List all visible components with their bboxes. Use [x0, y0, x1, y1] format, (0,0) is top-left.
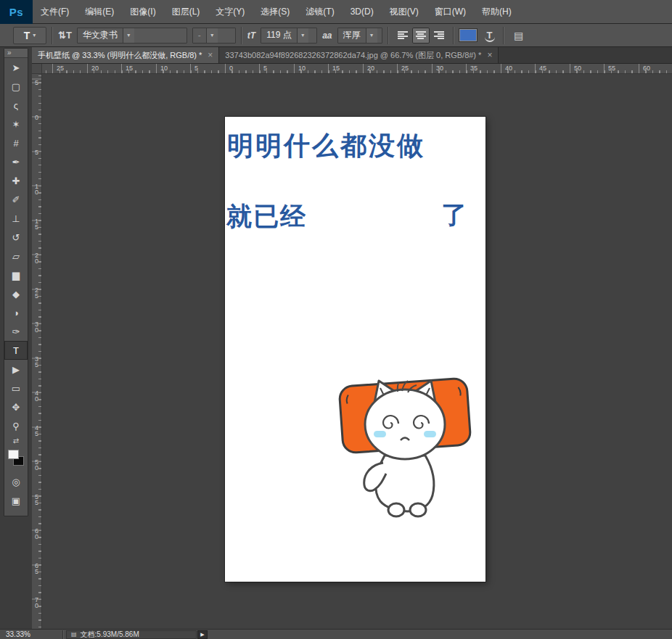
menu-item[interactable]: 视图(V) — [382, 0, 427, 23]
eraser-tool[interactable]: ▱ — [4, 247, 28, 265]
align-center-button[interactable] — [412, 28, 430, 44]
document-canvas[interactable]: 明明什么都没做 就已经 了 — [225, 117, 485, 582]
close-icon[interactable]: × — [487, 51, 492, 59]
font-family-value: 华文隶书 — [78, 28, 123, 43]
ruler-number: 50 — [574, 65, 581, 72]
screen-mode-button[interactable]: ▣ — [4, 491, 28, 510]
menu-item[interactable]: 3D(D) — [343, 0, 382, 23]
path-selection-tool[interactable]: ▶ — [4, 360, 28, 379]
zoom-level-field[interactable]: 33.33% — [0, 630, 62, 638]
align-left-button[interactable] — [394, 28, 411, 44]
warp-text-icon[interactable]: T — [482, 28, 498, 44]
ruler-corner — [32, 64, 42, 74]
ruler-number: 70 — [33, 597, 40, 609]
toolbar-panel: » ➤▢ς✶#✒✚✐⊥↺▱▆◆◑✑T▶▭✥⚲ ⇄ ◎ ▣ — [4, 48, 28, 516]
shape-tool[interactable]: ▭ — [4, 379, 28, 397]
vertical-ruler[interactable]: 50510152025303540455055606570 — [32, 74, 42, 629]
ruler-number: 25 — [401, 65, 409, 72]
document-text-line1: 明明什么都没做 — [227, 128, 425, 164]
menu-item[interactable]: 文件(F) — [33, 0, 77, 23]
rectangular-marquee-tool[interactable]: ▢ — [4, 77, 28, 96]
anti-alias-select[interactable]: 浑厚 ▾ — [337, 28, 382, 44]
gradient-tool[interactable]: ▆ — [4, 265, 28, 284]
font-style-select[interactable]: - ▾ — [192, 28, 236, 44]
clone-stamp-tool[interactable]: ⊥ — [4, 209, 28, 228]
menu-item[interactable]: 图像(I) — [122, 0, 163, 23]
font-size-select[interactable]: 119 点 ▾ — [261, 28, 317, 44]
ruler-number: 5 — [263, 65, 267, 72]
cat-illustration — [332, 372, 478, 521]
ruler-ticks — [38, 74, 41, 629]
quick-mask-button[interactable]: ◎ — [4, 472, 28, 491]
ruler-number: 5 — [33, 149, 40, 155]
align-center-icon — [416, 31, 426, 39]
divider — [62, 630, 63, 639]
pen-tool[interactable]: ✑ — [4, 322, 28, 341]
align-right-icon — [434, 31, 444, 39]
lasso-tool[interactable]: ς — [4, 96, 28, 115]
text-align-group — [394, 28, 448, 44]
tool-icon: ✶ — [12, 119, 20, 130]
tool-icon: ✐ — [12, 194, 20, 205]
dodge-tool[interactable]: ◑ — [4, 303, 28, 322]
tool-icon: ✒ — [12, 157, 20, 168]
ruler-number: 10 — [160, 65, 168, 72]
ruler-number: 60 — [643, 65, 650, 72]
ruler-number: 0 — [33, 115, 40, 120]
tools-list: ➤▢ς✶#✒✚✐⊥↺▱▆◆◑✑T▶▭✥⚲ — [4, 58, 28, 435]
document-text-line2-left: 就已经 — [226, 199, 307, 234]
anti-alias-value: 浑厚 — [338, 28, 366, 43]
text-color-swatch[interactable] — [459, 29, 477, 41]
ruler-number: 30 — [436, 65, 443, 72]
eyedropper-tool[interactable]: ✒ — [4, 152, 28, 171]
history-brush-tool[interactable]: ↺ — [4, 228, 28, 247]
swap-colors-icon[interactable]: ⇄ — [4, 435, 28, 446]
tool-icon: ✚ — [12, 176, 20, 186]
crop-tool[interactable]: # — [4, 133, 28, 152]
document-tab[interactable]: 33743b082a94f892682326372862da74.jpg @ 6… — [219, 47, 499, 63]
menu-item[interactable]: 窗口(W) — [427, 0, 474, 23]
quick-selection-tool[interactable]: ✶ — [4, 115, 28, 133]
align-left-icon — [398, 31, 408, 39]
toggle-panels-icon[interactable]: ▤ — [509, 28, 528, 44]
tool-icon: ◑ — [13, 308, 19, 318]
menu-item[interactable]: 帮助(H) — [474, 0, 520, 23]
align-right-button[interactable] — [430, 28, 448, 44]
ruler-number: 0 — [229, 65, 233, 72]
ruler-number: 15 — [33, 218, 40, 230]
menu-item[interactable]: 编辑(E) — [77, 0, 122, 23]
divider — [503, 27, 504, 44]
move-tool[interactable]: ➤ — [4, 58, 28, 77]
tool-icon: ✥ — [12, 402, 20, 413]
status-popup-button[interactable]: ▶ — [197, 630, 208, 639]
photoshop-logo: Ps — [0, 0, 33, 24]
ruler-number: 55 — [33, 494, 40, 506]
document-tab[interactable]: 手机壁纸 @ 33.3% (明明什么都没做, RGB/8) * × — [32, 47, 219, 63]
anti-alias-icon: aa — [322, 30, 332, 41]
tool-icon: ▆ — [12, 270, 20, 281]
tool-icon: ✑ — [12, 326, 20, 337]
type-tool[interactable]: T — [4, 341, 28, 360]
brush-tool[interactable]: ✐ — [4, 190, 28, 209]
tool-icon: ▶ — [12, 364, 20, 375]
menu-item[interactable]: 滤镜(T) — [298, 0, 342, 23]
toolbar-collapse-icon[interactable]: » — [4, 49, 28, 58]
spot-healing-brush-tool[interactable]: ✚ — [4, 171, 28, 190]
ruler-number: 20 — [367, 65, 374, 72]
font-family-select[interactable]: 华文隶书 ▾ — [77, 28, 187, 44]
tool-icon: ς — [14, 100, 18, 111]
tool-preset-picker[interactable]: T ▾ — [13, 27, 46, 44]
close-icon[interactable]: × — [208, 51, 213, 59]
text-orientation-icon[interactable]: ⇅T — [58, 30, 72, 41]
zoom-tool[interactable]: ⚲ — [4, 416, 28, 435]
menu-item[interactable]: 图层(L) — [164, 0, 208, 23]
horizontal-ruler[interactable]: 252015105051015202530354045505560 — [0, 64, 672, 74]
menu-item[interactable]: 选择(S) — [253, 0, 298, 23]
menu-item[interactable]: 文字(Y) — [208, 0, 253, 23]
font-size-value: 119 点 — [261, 28, 296, 43]
foreground-color-swatch[interactable] — [8, 450, 19, 459]
document-tab-label: 手机壁纸 @ 33.3% (明明什么都没做, RGB/8) * — [38, 50, 202, 61]
blur-tool[interactable]: ◆ — [4, 284, 28, 303]
hand-tool[interactable]: ✥ — [4, 397, 28, 416]
ruler-number: 15 — [332, 65, 340, 72]
